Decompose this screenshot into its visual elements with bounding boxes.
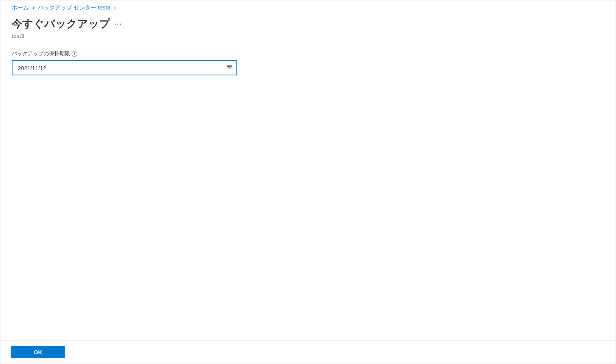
breadcrumb-separator: > xyxy=(32,5,35,11)
retention-date-input[interactable] xyxy=(12,60,237,75)
breadcrumb-backup-center-label: バックアップ センター xyxy=(38,4,96,11)
retention-label: バックアップの保持期限 xyxy=(12,50,70,57)
breadcrumb-separator: > xyxy=(113,5,116,11)
page-title: 今すぐバックアップ xyxy=(12,17,110,31)
more-menu-icon[interactable]: ··· xyxy=(114,20,122,28)
breadcrumb: ホーム > バックアップ センター test3 > xyxy=(0,0,616,14)
form-section: バックアップの保持期限 i xyxy=(0,50,616,75)
info-icon[interactable]: i xyxy=(72,51,77,57)
ok-button[interactable]: OK xyxy=(11,346,65,358)
retention-date-field xyxy=(12,60,237,75)
page-header: 今すぐバックアップ ··· xyxy=(0,14,616,33)
breadcrumb-backup-center-link[interactable]: バックアップ センター test3 xyxy=(38,4,110,11)
page-subtitle: test3 xyxy=(0,33,616,50)
calendar-icon[interactable] xyxy=(227,64,233,71)
retention-label-row: バックアップの保持期限 i xyxy=(12,50,604,57)
footer: OK xyxy=(0,340,616,364)
breadcrumb-item-label: test3 xyxy=(98,4,111,11)
breadcrumb-home-link[interactable]: ホーム xyxy=(12,4,29,11)
